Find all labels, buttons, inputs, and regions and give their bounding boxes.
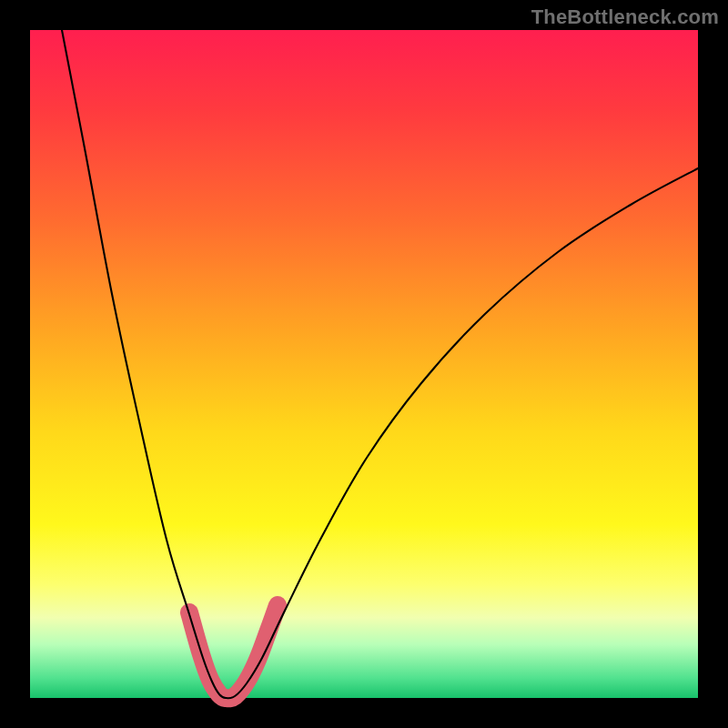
curve-layer [30,30,698,698]
watermark-text: TheBottleneck.com [531,5,719,29]
main-curve [62,30,698,698]
chart-frame: TheBottleneck.com [0,0,728,728]
